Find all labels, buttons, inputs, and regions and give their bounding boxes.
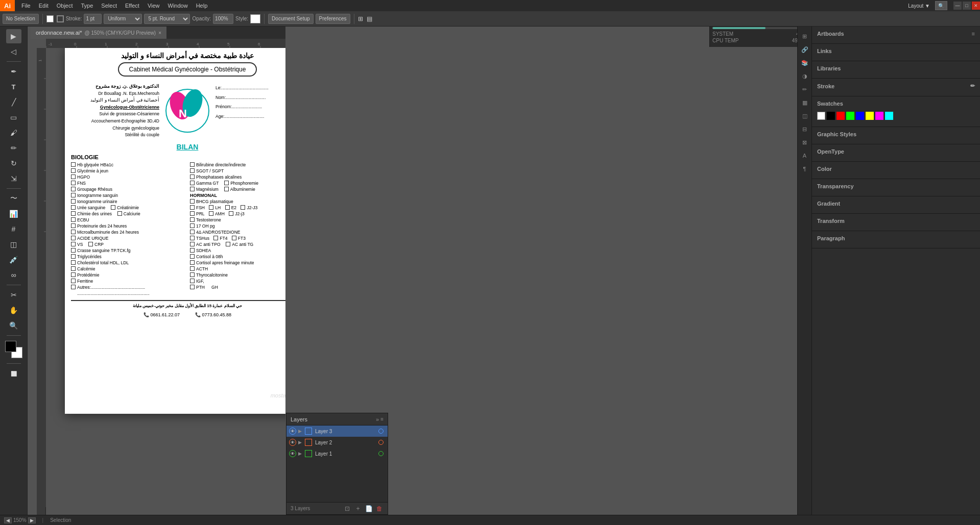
selection-tool[interactable]: ▶ (6, 29, 21, 43)
new-layer-btn[interactable]: 📄 (365, 505, 373, 512)
make-clipping-btn[interactable]: ⊡ (343, 505, 351, 512)
swatch-cyan[interactable] (885, 112, 893, 120)
menu-edit[interactable]: Edit (35, 0, 53, 11)
zoom-in-btn[interactable]: ▶ (28, 517, 36, 523)
layer-1-visibility[interactable]: 👁 (289, 450, 296, 457)
swatch-blue[interactable] (856, 112, 864, 120)
menu-object[interactable]: Object (53, 0, 77, 11)
layer-2-item[interactable]: 👁 ▶ Layer 2 (286, 437, 388, 448)
new-sublayer-btn[interactable]: + (354, 505, 362, 512)
svg-text:B: B (188, 114, 196, 127)
tab-close-button[interactable]: × (158, 30, 161, 36)
zoom-tool[interactable]: 🔍 (6, 318, 21, 333)
swatch-yellow[interactable] (866, 112, 874, 120)
fill-color-swatch[interactable] (46, 15, 54, 22)
menu-file[interactable]: File (17, 0, 35, 11)
zoom-control[interactable]: ◀ 150% ▶ (4, 517, 36, 523)
scale-tool[interactable]: ⇲ (6, 171, 21, 186)
close-button[interactable]: ✕ (972, 2, 980, 10)
arrange-icon[interactable]: ⊞ (358, 15, 363, 22)
menu-effect[interactable]: Effect (121, 0, 144, 11)
brush-select[interactable]: 5 pt. Round (144, 14, 190, 24)
layers-panel: Layers » ≡ 👁 ▶ Layer 3 👁 ▶ Layer 2 👁 ▶ L… (286, 413, 388, 515)
sidebar-swatches-btn[interactable]: ▦ (799, 97, 810, 108)
graph-tool[interactable]: 📊 (6, 207, 21, 221)
layer-1-expand[interactable]: ▶ (298, 451, 302, 456)
sidebar-gradient-btn[interactable]: ◫ (799, 110, 810, 121)
swatch-green[interactable] (846, 112, 854, 120)
foreground-color-box[interactable] (5, 341, 16, 352)
opacity-input[interactable] (213, 14, 233, 24)
layer-2-expand[interactable]: ▶ (298, 440, 302, 445)
eyedropper-tool[interactable]: 💉 (6, 253, 21, 267)
rotate-tool[interactable]: ↻ (6, 156, 21, 170)
layer-3-item[interactable]: 👁 ▶ Layer 3 (286, 426, 388, 437)
gradient-tool[interactable]: ◫ (6, 237, 21, 252)
check-uree: Urée sanguine Créatinimie (71, 205, 185, 210)
check-acth: ACTH (190, 266, 285, 271)
swatch-magenta[interactable] (875, 112, 883, 120)
scissors-tool[interactable]: ✂ (6, 288, 21, 302)
sidebar-transform-btn[interactable]: ⊟ (799, 123, 810, 135)
gradient-section: Gradient (812, 196, 980, 214)
sidebar-color-btn[interactable]: ◑ (799, 70, 810, 82)
style-swatch[interactable] (250, 14, 260, 23)
menu-type[interactable]: Type (77, 0, 98, 11)
layers-more-btn[interactable]: ≡ (380, 416, 384, 422)
layer-1-item[interactable]: 👁 ▶ Layer 1 (286, 448, 388, 459)
svg-text:4: 4 (197, 42, 199, 46)
layers-expand-btn[interactable]: » (376, 416, 379, 422)
stroke-label: Stroke: (66, 16, 82, 21)
hand-tool[interactable]: ✋ (6, 303, 21, 317)
screen-mode-btn[interactable]: ⬜ (6, 366, 21, 381)
pencil-tool[interactable]: ✏ (6, 141, 21, 155)
direct-selection-tool[interactable]: ◁ (6, 44, 21, 59)
menu-select[interactable]: Select (97, 0, 121, 11)
layers-header-controls[interactable]: » ≡ (376, 416, 384, 422)
align-icon[interactable]: ▤ (367, 15, 372, 22)
patient-age: Age:................................. (216, 112, 285, 121)
menu-window[interactable]: Window (164, 0, 192, 11)
line-tool[interactable]: ╱ (6, 95, 21, 109)
left-checklist-column: Hb glyquée HBa1c Glycémie à jeun HGPO FN… (71, 162, 185, 296)
sidebar-stroke-btn[interactable]: ✏ (799, 84, 810, 95)
document-tab[interactable]: ordonnace.new.ai* @ 150% (CMYK/GPU Previ… (31, 27, 166, 39)
layer-3-visibility[interactable]: 👁 (289, 428, 296, 435)
minimize-button[interactable]: — (953, 2, 962, 10)
check-proteinurie: Proteinurie des 24 heures (71, 223, 185, 229)
swatch-black[interactable] (827, 112, 835, 120)
no-selection-indicator: No Selection (3, 14, 39, 24)
swatches-title: Swatches (817, 101, 975, 107)
maximize-button[interactable]: □ (963, 2, 971, 10)
sidebar-type-btn[interactable]: A (799, 150, 810, 161)
layer-3-color-dot (378, 429, 384, 434)
sidebar-align-btn[interactable]: ⊠ (799, 137, 810, 148)
menu-view[interactable]: View (144, 0, 164, 11)
zoom-out-btn[interactable]: ◀ (4, 517, 12, 523)
document-setup-button[interactable]: Document Setup (268, 14, 314, 24)
layer-3-expand[interactable]: ▶ (298, 429, 302, 434)
shape-tool[interactable]: ▭ (6, 110, 21, 124)
stroke-width-input[interactable] (84, 14, 102, 24)
sidebar-libraries-btn[interactable]: 📚 (799, 57, 810, 68)
sidebar-links-btn[interactable]: 🔗 (799, 44, 810, 55)
check-17oh: 17 OH pg (190, 223, 285, 229)
type-tool[interactable]: T (6, 80, 21, 94)
blend-tool[interactable]: ∞ (6, 268, 21, 282)
paintbrush-tool[interactable]: 🖌 (6, 126, 21, 140)
stroke-color-swatch[interactable] (57, 15, 64, 22)
sidebar-artboards-btn[interactable]: ⊞ (799, 31, 810, 42)
swatch-white[interactable] (817, 112, 825, 120)
pen-tool[interactable]: ✒ (6, 64, 21, 79)
warp-tool[interactable]: 〜 (6, 191, 21, 206)
swatch-red[interactable] (836, 112, 845, 120)
delete-layer-btn[interactable]: 🗑 (375, 505, 384, 512)
mesh-tool[interactable]: # (6, 222, 21, 236)
search-bar[interactable]: 🔍 (935, 1, 947, 10)
stroke-type-select[interactable]: Uniform (104, 14, 142, 24)
menu-help[interactable]: Help (192, 0, 212, 11)
layer-1-thumbnail (305, 450, 312, 457)
sidebar-para-btn[interactable]: ¶ (799, 163, 810, 174)
preferences-button[interactable]: Preferences (316, 14, 350, 24)
layer-2-visibility[interactable]: 👁 (289, 439, 296, 446)
